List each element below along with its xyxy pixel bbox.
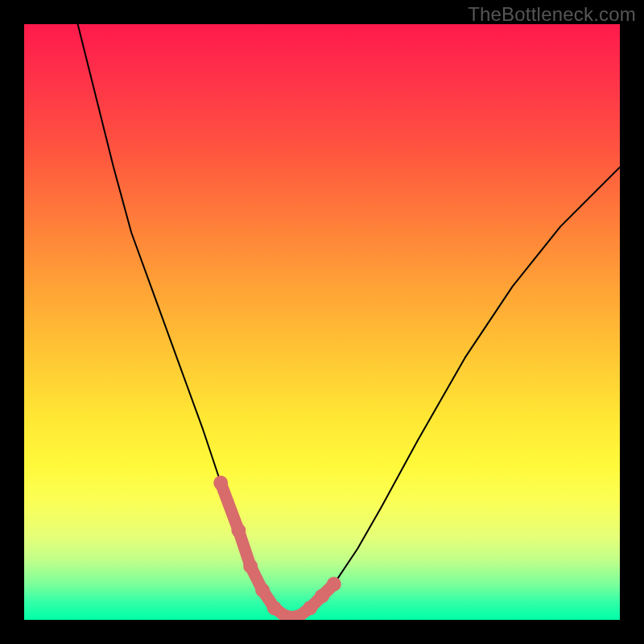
highlight-dot [231, 523, 246, 538]
watermark-text: TheBottleneck.com [468, 3, 636, 26]
highlight-dot [213, 476, 228, 490]
highlight-dot [327, 577, 341, 592]
plot-area [24, 24, 620, 620]
highlight-dot [303, 601, 317, 615]
highlight-dot [315, 588, 329, 603]
highlight-dots [213, 476, 341, 620]
bottleneck-curve [78, 24, 620, 617]
highlight-dot [267, 601, 282, 615]
curve-svg [24, 24, 620, 620]
chart-frame: TheBottleneck.com [0, 0, 644, 644]
highlight-dot [243, 559, 258, 573]
highlight-dot [255, 583, 270, 597]
